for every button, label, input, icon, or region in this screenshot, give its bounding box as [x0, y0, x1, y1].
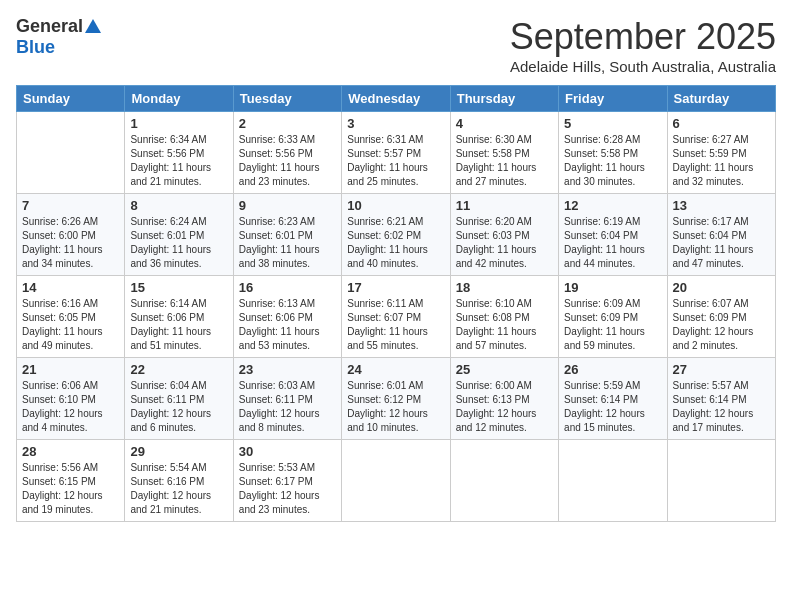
calendar-cell	[667, 440, 775, 522]
day-info: Sunrise: 6:30 AMSunset: 5:58 PMDaylight:…	[456, 133, 553, 189]
calendar-week-row: 21Sunrise: 6:06 AMSunset: 6:10 PMDayligh…	[17, 358, 776, 440]
day-number: 25	[456, 362, 553, 377]
calendar-cell: 29Sunrise: 5:54 AMSunset: 6:16 PMDayligh…	[125, 440, 233, 522]
calendar-cell: 19Sunrise: 6:09 AMSunset: 6:09 PMDayligh…	[559, 276, 667, 358]
day-number: 8	[130, 198, 227, 213]
day-number: 26	[564, 362, 661, 377]
weekday-header: Monday	[125, 86, 233, 112]
day-number: 29	[130, 444, 227, 459]
calendar-cell: 28Sunrise: 5:56 AMSunset: 6:15 PMDayligh…	[17, 440, 125, 522]
day-number: 7	[22, 198, 119, 213]
day-info: Sunrise: 6:27 AMSunset: 5:59 PMDaylight:…	[673, 133, 770, 189]
day-number: 12	[564, 198, 661, 213]
day-number: 10	[347, 198, 444, 213]
title-block: September 2025 Adelaide Hills, South Aus…	[510, 16, 776, 75]
calendar-week-row: 7Sunrise: 6:26 AMSunset: 6:00 PMDaylight…	[17, 194, 776, 276]
calendar-cell: 24Sunrise: 6:01 AMSunset: 6:12 PMDayligh…	[342, 358, 450, 440]
month-title: September 2025	[510, 16, 776, 58]
logo-blue: Blue	[16, 37, 55, 58]
calendar-cell: 16Sunrise: 6:13 AMSunset: 6:06 PMDayligh…	[233, 276, 341, 358]
day-number: 1	[130, 116, 227, 131]
calendar-cell: 9Sunrise: 6:23 AMSunset: 6:01 PMDaylight…	[233, 194, 341, 276]
calendar-cell: 14Sunrise: 6:16 AMSunset: 6:05 PMDayligh…	[17, 276, 125, 358]
day-info: Sunrise: 5:59 AMSunset: 6:14 PMDaylight:…	[564, 379, 661, 435]
calendar-cell: 10Sunrise: 6:21 AMSunset: 6:02 PMDayligh…	[342, 194, 450, 276]
day-number: 23	[239, 362, 336, 377]
calendar-cell: 18Sunrise: 6:10 AMSunset: 6:08 PMDayligh…	[450, 276, 558, 358]
day-info: Sunrise: 6:07 AMSunset: 6:09 PMDaylight:…	[673, 297, 770, 353]
day-info: Sunrise: 6:00 AMSunset: 6:13 PMDaylight:…	[456, 379, 553, 435]
calendar-cell: 2Sunrise: 6:33 AMSunset: 5:56 PMDaylight…	[233, 112, 341, 194]
day-info: Sunrise: 6:31 AMSunset: 5:57 PMDaylight:…	[347, 133, 444, 189]
calendar-cell: 22Sunrise: 6:04 AMSunset: 6:11 PMDayligh…	[125, 358, 233, 440]
day-number: 11	[456, 198, 553, 213]
day-info: Sunrise: 6:16 AMSunset: 6:05 PMDaylight:…	[22, 297, 119, 353]
day-info: Sunrise: 6:20 AMSunset: 6:03 PMDaylight:…	[456, 215, 553, 271]
day-info: Sunrise: 6:14 AMSunset: 6:06 PMDaylight:…	[130, 297, 227, 353]
day-info: Sunrise: 6:21 AMSunset: 6:02 PMDaylight:…	[347, 215, 444, 271]
calendar-cell: 26Sunrise: 5:59 AMSunset: 6:14 PMDayligh…	[559, 358, 667, 440]
weekday-header: Wednesday	[342, 86, 450, 112]
day-info: Sunrise: 6:03 AMSunset: 6:11 PMDaylight:…	[239, 379, 336, 435]
calendar-week-row: 1Sunrise: 6:34 AMSunset: 5:56 PMDaylight…	[17, 112, 776, 194]
day-info: Sunrise: 6:19 AMSunset: 6:04 PMDaylight:…	[564, 215, 661, 271]
day-info: Sunrise: 6:09 AMSunset: 6:09 PMDaylight:…	[564, 297, 661, 353]
calendar-cell: 12Sunrise: 6:19 AMSunset: 6:04 PMDayligh…	[559, 194, 667, 276]
calendar-cell: 25Sunrise: 6:00 AMSunset: 6:13 PMDayligh…	[450, 358, 558, 440]
day-number: 21	[22, 362, 119, 377]
day-info: Sunrise: 6:26 AMSunset: 6:00 PMDaylight:…	[22, 215, 119, 271]
day-info: Sunrise: 6:06 AMSunset: 6:10 PMDaylight:…	[22, 379, 119, 435]
page-header: General Blue September 2025 Adelaide Hil…	[16, 16, 776, 75]
calendar-cell: 23Sunrise: 6:03 AMSunset: 6:11 PMDayligh…	[233, 358, 341, 440]
calendar-table: SundayMondayTuesdayWednesdayThursdayFrid…	[16, 85, 776, 522]
calendar-cell	[342, 440, 450, 522]
calendar-cell: 17Sunrise: 6:11 AMSunset: 6:07 PMDayligh…	[342, 276, 450, 358]
day-number: 22	[130, 362, 227, 377]
calendar-cell: 7Sunrise: 6:26 AMSunset: 6:00 PMDaylight…	[17, 194, 125, 276]
logo: General Blue	[16, 16, 101, 58]
day-info: Sunrise: 6:17 AMSunset: 6:04 PMDaylight:…	[673, 215, 770, 271]
calendar-cell: 27Sunrise: 5:57 AMSunset: 6:14 PMDayligh…	[667, 358, 775, 440]
day-number: 20	[673, 280, 770, 295]
day-number: 19	[564, 280, 661, 295]
calendar-cell: 21Sunrise: 6:06 AMSunset: 6:10 PMDayligh…	[17, 358, 125, 440]
weekday-header: Tuesday	[233, 86, 341, 112]
logo-triangle-icon	[85, 19, 101, 33]
day-number: 17	[347, 280, 444, 295]
day-number: 27	[673, 362, 770, 377]
day-info: Sunrise: 6:10 AMSunset: 6:08 PMDaylight:…	[456, 297, 553, 353]
day-number: 14	[22, 280, 119, 295]
day-info: Sunrise: 5:57 AMSunset: 6:14 PMDaylight:…	[673, 379, 770, 435]
calendar-cell: 11Sunrise: 6:20 AMSunset: 6:03 PMDayligh…	[450, 194, 558, 276]
day-number: 4	[456, 116, 553, 131]
day-number: 6	[673, 116, 770, 131]
calendar-cell: 8Sunrise: 6:24 AMSunset: 6:01 PMDaylight…	[125, 194, 233, 276]
calendar-cell: 30Sunrise: 5:53 AMSunset: 6:17 PMDayligh…	[233, 440, 341, 522]
calendar-header-row: SundayMondayTuesdayWednesdayThursdayFrid…	[17, 86, 776, 112]
day-info: Sunrise: 6:28 AMSunset: 5:58 PMDaylight:…	[564, 133, 661, 189]
calendar-cell: 1Sunrise: 6:34 AMSunset: 5:56 PMDaylight…	[125, 112, 233, 194]
day-info: Sunrise: 6:33 AMSunset: 5:56 PMDaylight:…	[239, 133, 336, 189]
day-info: Sunrise: 6:11 AMSunset: 6:07 PMDaylight:…	[347, 297, 444, 353]
weekday-header: Saturday	[667, 86, 775, 112]
day-number: 5	[564, 116, 661, 131]
calendar-cell: 5Sunrise: 6:28 AMSunset: 5:58 PMDaylight…	[559, 112, 667, 194]
calendar-week-row: 28Sunrise: 5:56 AMSunset: 6:15 PMDayligh…	[17, 440, 776, 522]
day-number: 3	[347, 116, 444, 131]
day-number: 16	[239, 280, 336, 295]
day-info: Sunrise: 5:54 AMSunset: 6:16 PMDaylight:…	[130, 461, 227, 517]
day-number: 13	[673, 198, 770, 213]
day-info: Sunrise: 5:56 AMSunset: 6:15 PMDaylight:…	[22, 461, 119, 517]
calendar-cell	[559, 440, 667, 522]
calendar-cell: 4Sunrise: 6:30 AMSunset: 5:58 PMDaylight…	[450, 112, 558, 194]
calendar-cell: 20Sunrise: 6:07 AMSunset: 6:09 PMDayligh…	[667, 276, 775, 358]
day-number: 2	[239, 116, 336, 131]
day-number: 9	[239, 198, 336, 213]
calendar-cell	[450, 440, 558, 522]
day-info: Sunrise: 6:01 AMSunset: 6:12 PMDaylight:…	[347, 379, 444, 435]
calendar-cell: 6Sunrise: 6:27 AMSunset: 5:59 PMDaylight…	[667, 112, 775, 194]
day-number: 15	[130, 280, 227, 295]
day-number: 28	[22, 444, 119, 459]
calendar-week-row: 14Sunrise: 6:16 AMSunset: 6:05 PMDayligh…	[17, 276, 776, 358]
day-info: Sunrise: 6:04 AMSunset: 6:11 PMDaylight:…	[130, 379, 227, 435]
